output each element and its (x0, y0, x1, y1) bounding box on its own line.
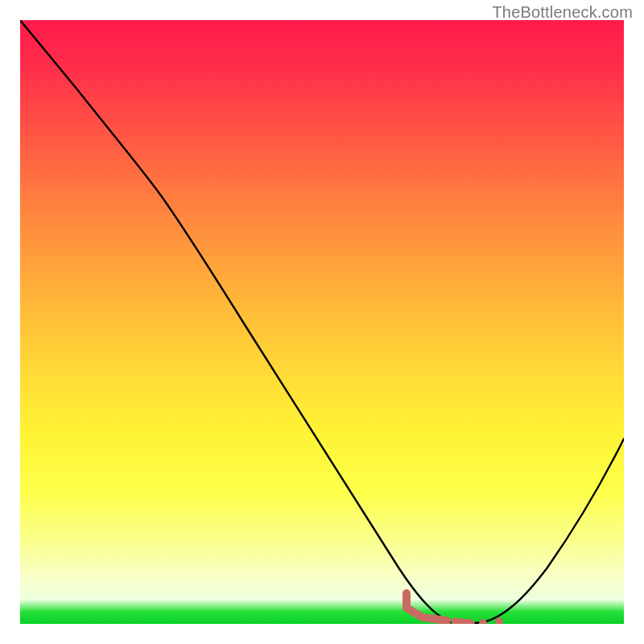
chart-curve (20, 20, 624, 624)
chart-svg-layer (20, 20, 624, 624)
svg-point-0 (480, 620, 487, 625)
svg-point-1 (496, 618, 503, 625)
chart-plot-area (20, 20, 624, 624)
watermark-label: TheBottleneck.com (492, 3, 633, 22)
